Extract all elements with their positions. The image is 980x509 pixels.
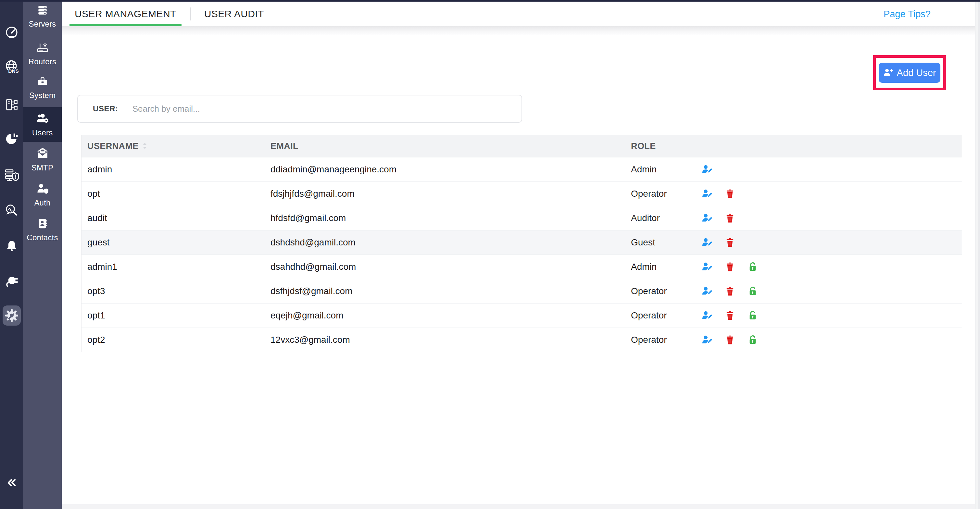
table-row[interactable]: guest dshdshd@gamil.com Guest bbox=[81, 230, 962, 254]
server-audit-shield-icon bbox=[4, 167, 19, 183]
sidebar-item-routers[interactable]: Routers bbox=[23, 37, 62, 70]
column-header-username[interactable]: USERNAME bbox=[81, 141, 270, 151]
cell-role: Guest bbox=[631, 237, 696, 248]
cell-email: dshdshd@gamil.com bbox=[270, 237, 631, 248]
edit-user-icon bbox=[702, 286, 713, 297]
unlock-icon bbox=[748, 310, 758, 321]
edit-user-button[interactable] bbox=[696, 304, 719, 328]
tab-bar: USER MANAGEMENT USER AUDIT bbox=[70, 2, 269, 26]
rail-dns-button[interactable]: DNS bbox=[3, 58, 21, 76]
unlock-user-button[interactable] bbox=[741, 255, 764, 279]
cell-email: 12vxc3@gmail.com bbox=[270, 335, 631, 345]
table-row[interactable]: audit hfdsfd@gmail.com Auditor bbox=[81, 206, 962, 230]
column-header-email[interactable]: EMAIL bbox=[270, 141, 631, 151]
rail-server-audit-button[interactable] bbox=[3, 166, 21, 184]
trash-icon bbox=[725, 237, 735, 248]
unlock-icon bbox=[748, 262, 758, 272]
delete-user-button[interactable] bbox=[719, 328, 741, 352]
edit-user-button[interactable] bbox=[696, 328, 719, 352]
servers-icon bbox=[37, 4, 49, 16]
delete-user-button[interactable] bbox=[719, 255, 741, 279]
system-toolbox-icon bbox=[37, 75, 49, 87]
sidebar-item-label: Auth bbox=[34, 198, 50, 207]
delete-user-button[interactable] bbox=[719, 304, 741, 328]
dns-globe-icon: DNS bbox=[4, 59, 19, 75]
delete-user-button[interactable] bbox=[719, 279, 741, 303]
sidebar-item-label: Users bbox=[32, 128, 53, 137]
cell-username: guest bbox=[81, 237, 270, 248]
rail-alerts-button[interactable] bbox=[3, 237, 21, 255]
table-row[interactable]: admin ddiadmin@manageengine.com Admin bbox=[81, 157, 962, 181]
edit-user-button[interactable] bbox=[696, 206, 719, 230]
edit-user-button[interactable] bbox=[696, 182, 719, 206]
edit-user-button[interactable] bbox=[696, 255, 719, 279]
sidebar-item-users[interactable]: Users bbox=[23, 107, 62, 142]
cell-role: Operator bbox=[631, 335, 696, 345]
table-row[interactable]: admin1 dsahdhd@gmail.com Admin bbox=[81, 254, 962, 279]
edit-user-icon bbox=[702, 334, 713, 345]
add-user-icon bbox=[883, 67, 894, 78]
table-row[interactable]: opt fdsjhjfds@gmail.com Operator bbox=[81, 181, 962, 206]
users-group-icon bbox=[36, 112, 49, 125]
tab-user-audit[interactable]: USER AUDIT bbox=[199, 2, 269, 26]
cell-username: opt bbox=[81, 189, 270, 199]
smtp-envelope-icon bbox=[36, 147, 49, 160]
column-header-role[interactable]: ROLE bbox=[631, 141, 696, 151]
unlock-icon bbox=[748, 286, 758, 296]
unlock-user-button[interactable] bbox=[741, 304, 764, 328]
table-row[interactable]: opt3 dsfhjdsf@gmail.com Operator bbox=[81, 279, 962, 303]
sidebar-item-label: SMTP bbox=[32, 163, 53, 172]
trash-icon bbox=[725, 189, 735, 199]
delete-user-button[interactable] bbox=[719, 231, 741, 254]
rail-ipam-button[interactable] bbox=[3, 96, 21, 114]
unlock-user-button[interactable] bbox=[741, 279, 764, 303]
cell-email: fdsjhjfds@gmail.com bbox=[270, 189, 631, 199]
ipam-topology-icon bbox=[4, 97, 19, 112]
svg-text:DNS: DNS bbox=[8, 68, 19, 74]
analytics-pie-icon bbox=[4, 132, 19, 146]
delete-user-button[interactable] bbox=[719, 182, 741, 206]
edit-user-button[interactable] bbox=[696, 279, 719, 303]
cell-role: Admin bbox=[631, 262, 696, 272]
table-row[interactable]: opt2 12vxc3@gmail.com Operator bbox=[81, 328, 962, 352]
sidebar-item-smtp[interactable]: SMTP bbox=[23, 143, 62, 177]
table-row[interactable]: opt1 eqejh@gmail.com Operator bbox=[81, 303, 962, 328]
rail-search-diagnostics-button[interactable] bbox=[3, 202, 21, 220]
edit-user-button[interactable] bbox=[696, 231, 719, 254]
delete-user-button[interactable] bbox=[719, 206, 741, 230]
sidebar-item-servers[interactable]: Servers bbox=[23, 0, 62, 32]
trash-icon bbox=[725, 286, 735, 296]
sidebar-item-auth[interactable]: Auth bbox=[23, 178, 62, 212]
unlock-user-button[interactable] bbox=[741, 328, 764, 352]
sidebar-item-system[interactable]: System bbox=[23, 71, 62, 105]
settings-gear-icon bbox=[4, 308, 19, 323]
cell-email: ddiadmin@manageengine.com bbox=[270, 164, 631, 175]
rail-dashboard-button[interactable] bbox=[3, 24, 21, 41]
sidebar-item-label: System bbox=[29, 91, 56, 100]
cell-email: dsfhjdsf@gmail.com bbox=[270, 286, 631, 296]
edit-user-button[interactable] bbox=[696, 157, 719, 181]
page-bottom-strip bbox=[62, 504, 980, 509]
trash-icon bbox=[725, 310, 735, 321]
search-field-label: USER: bbox=[93, 104, 118, 113]
cell-username: admin1 bbox=[81, 262, 270, 272]
tab-user-management[interactable]: USER MANAGEMENT bbox=[70, 2, 181, 26]
alerts-bell-icon bbox=[5, 239, 19, 253]
cell-role: Operator bbox=[631, 286, 696, 296]
add-user-button[interactable]: Add User bbox=[879, 63, 941, 83]
primary-sidebar-rail: DNS bbox=[0, 0, 23, 509]
sidebar-item-contacts[interactable]: Contacts bbox=[23, 213, 62, 247]
rail-integrations-button[interactable] bbox=[3, 272, 21, 289]
rail-settings-button-active[interactable] bbox=[3, 305, 21, 326]
integrations-plug-icon bbox=[4, 273, 19, 288]
sidebar-collapse-button[interactable] bbox=[3, 474, 21, 492]
page-tips-link[interactable]: Page Tips? bbox=[883, 9, 931, 19]
vertical-scrollbar[interactable] bbox=[975, 2, 980, 509]
sort-icon bbox=[143, 143, 147, 150]
router-icon bbox=[36, 41, 49, 54]
search-input[interactable] bbox=[132, 103, 522, 114]
rail-analytics-button[interactable] bbox=[3, 130, 21, 148]
auth-user-shield-icon bbox=[36, 182, 49, 195]
scrollbar-track bbox=[978, 2, 980, 509]
header-shadow bbox=[62, 26, 980, 35]
